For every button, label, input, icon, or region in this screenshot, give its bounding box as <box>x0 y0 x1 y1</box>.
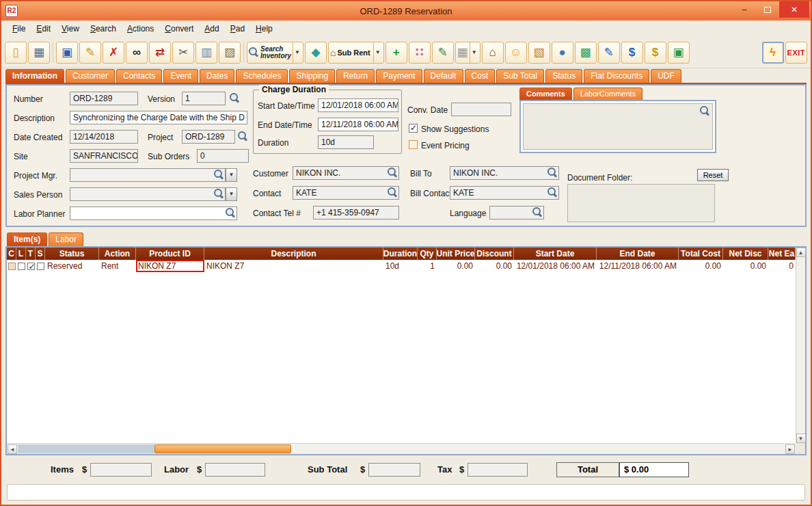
maximize-button[interactable] <box>756 1 779 18</box>
sales-person-search-icon[interactable] <box>214 189 224 199</box>
row-checkbox-s[interactable] <box>37 263 44 270</box>
project-mgr-dropdown-button[interactable]: ▼ <box>226 168 237 182</box>
comments-search-icon[interactable] <box>700 106 710 116</box>
tab-udf[interactable]: UDF <box>651 69 681 83</box>
sales-person-dropdown-button[interactable]: ▼ <box>226 187 237 201</box>
tab-contacts[interactable]: Contacts <box>116 69 162 83</box>
tab-event[interactable]: Event <box>163 69 198 83</box>
row-checkbox-c[interactable] <box>8 263 16 270</box>
paste-button[interactable]: ▨ <box>219 42 241 64</box>
bill-to-search-icon[interactable] <box>547 168 558 178</box>
bill-contact-field[interactable]: KATE <box>450 186 559 200</box>
tab-dates[interactable]: Dates <box>200 69 234 83</box>
duration-field[interactable]: 10d <box>318 135 374 149</box>
tab-customer[interactable]: Customer <box>66 69 115 83</box>
shapes-button[interactable]: ◆ <box>305 42 327 64</box>
project-mgr-search-icon[interactable] <box>214 170 224 180</box>
note-edit-button[interactable]: ✎ <box>598 42 620 64</box>
find-binoculars-button[interactable]: ∞ <box>126 42 148 64</box>
row-checkbox-t[interactable] <box>27 263 35 270</box>
sub-orders-field[interactable]: 0 <box>197 149 249 163</box>
tab-sub-total[interactable]: Sub Total <box>496 69 544 83</box>
tab-default[interactable]: Default <box>424 69 463 83</box>
tab-return[interactable]: Return <box>336 69 375 83</box>
disk-button[interactable]: ● <box>552 42 573 64</box>
description-field[interactable]: Synchronizing the Charge Date with the S… <box>70 111 247 124</box>
document-folder-box[interactable] <box>567 184 715 222</box>
tab-status[interactable]: Status <box>545 69 582 83</box>
close-button[interactable]: ✕ <box>779 1 809 18</box>
horizontal-scrollbar[interactable]: ◄ ► <box>7 443 796 454</box>
scrollbar-thumb[interactable] <box>154 444 291 453</box>
tab-item-s[interactable]: Item(s) <box>7 232 47 246</box>
customer-search-icon[interactable] <box>388 168 398 178</box>
copy-button[interactable]: ▥ <box>195 42 217 64</box>
start-datetime-field[interactable]: 12/01/2018 06:00 AM <box>318 98 398 112</box>
menu-item-help[interactable]: Help <box>250 22 278 36</box>
chevron-down-icon[interactable]: ▼ <box>470 42 478 63</box>
customer-field[interactable]: NIKON INC. <box>293 166 399 180</box>
subtotal-field[interactable] <box>368 463 420 477</box>
minimize-button[interactable]: – <box>733 1 756 18</box>
comments-textarea[interactable] <box>523 103 713 150</box>
new-document-button[interactable]: ▯ <box>5 42 27 64</box>
chevron-down-icon[interactable]: ▼ <box>293 42 301 63</box>
search-inventory-button[interactable]: SearchInventory▼ <box>247 42 303 64</box>
tab-flat-discounts[interactable]: Flat Discounts <box>584 69 649 83</box>
payment-machine-button[interactable]: ▣ <box>668 42 690 64</box>
table-row[interactable]: ReservedRentNIKON Z7NIKON Z710d10.000.00… <box>7 260 796 272</box>
menu-item-view[interactable]: View <box>56 22 85 36</box>
tax-field[interactable] <box>468 463 528 477</box>
reset-button[interactable]: Reset <box>697 169 729 181</box>
tab-information[interactable]: Information <box>5 69 64 83</box>
bill-contact-search-icon[interactable] <box>547 187 558 198</box>
menu-item-file[interactable]: File <box>7 22 31 36</box>
show-suggestions-checkbox[interactable] <box>409 124 418 133</box>
contact-tel-field[interactable]: +1 415-359-0947 <box>313 206 399 219</box>
cell-product-id[interactable]: NIKON Z7 <box>136 260 204 272</box>
cut-button[interactable]: ✂ <box>172 42 194 64</box>
tab-labor[interactable]: Labor <box>49 232 83 246</box>
menu-item-edit[interactable]: Edit <box>31 22 56 36</box>
number-field[interactable]: ORD-1289 <box>70 92 138 105</box>
print-button[interactable]: ▦ <box>28 42 50 64</box>
add-button[interactable]: + <box>385 42 407 64</box>
scroll-up-icon[interactable]: ▲ <box>796 248 806 257</box>
tab-cost[interactable]: Cost <box>465 69 496 83</box>
sub-rent-button[interactable]: ⌂Sub Rent▼ <box>328 42 384 64</box>
vertical-scrollbar[interactable]: ▲ ▼ <box>796 248 805 443</box>
project-search-icon[interactable] <box>238 131 248 142</box>
grid-calendar-button[interactable]: ▦▼ <box>455 42 481 64</box>
menu-item-actions[interactable]: Actions <box>122 22 159 36</box>
end-datetime-field[interactable]: 12/11/2018 06:00 AM <box>318 118 398 131</box>
date-created-field[interactable]: 12/14/2018 <box>70 130 138 144</box>
package-button[interactable]: ▧ <box>528 42 550 64</box>
money-button[interactable]: $ <box>645 42 666 64</box>
event-pricing-checkbox[interactable] <box>409 140 418 149</box>
scroll-down-icon[interactable]: ▼ <box>796 434 806 443</box>
menu-item-pad[interactable]: Pad <box>225 22 250 36</box>
project-field[interactable]: ORD-1289 <box>182 130 235 144</box>
menu-item-search[interactable]: Search <box>85 22 122 36</box>
menu-item-add[interactable]: Add <box>199 22 224 36</box>
tab-laborcomments[interactable]: LaborComments <box>573 88 642 100</box>
labor-planner-search-icon[interactable] <box>226 208 236 218</box>
version-field[interactable]: 1 <box>182 92 226 105</box>
labor-total-field[interactable] <box>205 463 265 477</box>
edit-pencil-button[interactable]: ✎ <box>79 42 101 64</box>
tab-schedules[interactable]: Schedules <box>236 69 288 83</box>
site-print-button[interactable]: ⌂ <box>482 42 504 64</box>
language-field[interactable] <box>489 206 544 219</box>
version-search-icon[interactable] <box>230 93 240 103</box>
tab-shipping[interactable]: Shipping <box>289 69 335 83</box>
site-field[interactable]: SANFRANCISCO <box>70 149 138 163</box>
language-search-icon[interactable] <box>532 207 543 217</box>
row-checkbox-l[interactable] <box>18 263 25 270</box>
bill-to-field[interactable]: NIKON INC. <box>450 166 559 180</box>
labor-planner-field[interactable] <box>70 207 237 220</box>
smiley-button[interactable]: ☺ <box>505 42 527 64</box>
contact-field[interactable]: KATE <box>293 186 399 200</box>
contact-search-icon[interactable] <box>388 187 398 198</box>
dollar-transfer-button[interactable]: $ <box>621 42 643 64</box>
menu-item-convert[interactable]: Convert <box>159 22 199 36</box>
